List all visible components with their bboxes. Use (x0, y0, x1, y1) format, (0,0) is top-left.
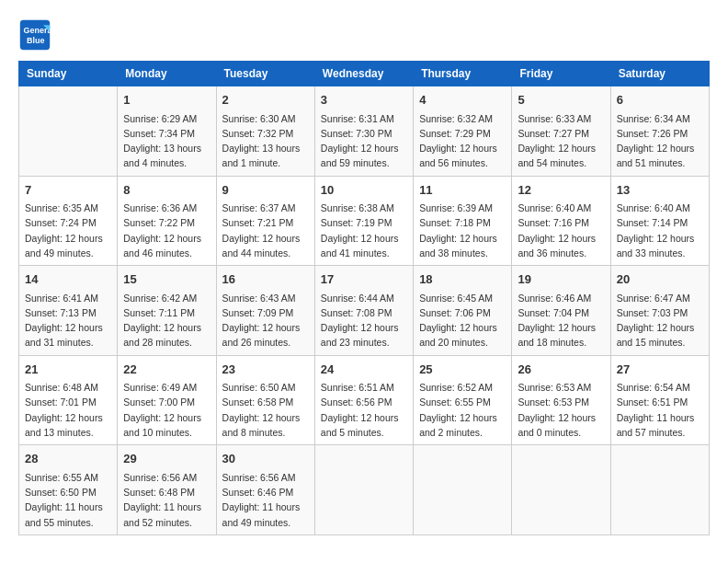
page-header: General Blue (18, 18, 710, 52)
calendar-cell (414, 445, 512, 535)
day-number: 24 (321, 361, 407, 379)
calendar-week-row: 14Sunrise: 6:41 AM Sunset: 7:13 PM Dayli… (19, 266, 710, 356)
day-info: Sunrise: 6:35 AM Sunset: 7:24 PM Dayligh… (25, 201, 111, 260)
day-info: Sunrise: 6:45 AM Sunset: 7:06 PM Dayligh… (419, 291, 506, 350)
calendar-table: SundayMondayTuesdayWednesdayThursdayFrid… (18, 61, 710, 535)
day-number: 19 (518, 270, 604, 289)
day-number: 29 (123, 450, 210, 468)
calendar-header-row: SundayMondayTuesdayWednesdayThursdayFrid… (19, 62, 710, 86)
day-number: 21 (25, 361, 111, 379)
column-header-sunday: Sunday (19, 62, 118, 86)
calendar-cell: 21Sunrise: 6:48 AM Sunset: 7:01 PM Dayli… (19, 355, 118, 445)
day-info: Sunrise: 6:56 AM Sunset: 6:46 PM Dayligh… (222, 470, 309, 530)
day-info: Sunrise: 6:32 AM Sunset: 7:29 PM Dayligh… (419, 111, 506, 171)
day-info: Sunrise: 6:54 AM Sunset: 6:51 PM Dayligh… (617, 380, 703, 440)
calendar-cell: 13Sunrise: 6:40 AM Sunset: 7:14 PM Dayli… (610, 176, 709, 266)
day-number: 12 (518, 181, 604, 200)
calendar-cell: 6Sunrise: 6:34 AM Sunset: 7:26 PM Daylig… (610, 86, 709, 177)
day-number: 6 (617, 91, 703, 109)
column-header-friday: Friday (512, 62, 610, 86)
calendar-week-row: 28Sunrise: 6:55 AM Sunset: 6:50 PM Dayli… (19, 445, 710, 535)
calendar-cell: 20Sunrise: 6:47 AM Sunset: 7:03 PM Dayli… (610, 266, 709, 356)
day-info: Sunrise: 6:38 AM Sunset: 7:19 PM Dayligh… (321, 201, 407, 260)
calendar-week-row: 21Sunrise: 6:48 AM Sunset: 7:01 PM Dayli… (19, 355, 710, 445)
calendar-cell: 22Sunrise: 6:49 AM Sunset: 7:00 PM Dayli… (118, 355, 216, 445)
calendar-cell: 16Sunrise: 6:43 AM Sunset: 7:09 PM Dayli… (216, 266, 314, 356)
day-info: Sunrise: 6:30 AM Sunset: 7:32 PM Dayligh… (222, 111, 309, 171)
calendar-cell: 25Sunrise: 6:52 AM Sunset: 6:55 PM Dayli… (414, 355, 512, 445)
calendar-cell: 11Sunrise: 6:39 AM Sunset: 7:18 PM Dayli… (414, 176, 512, 266)
column-header-tuesday: Tuesday (216, 62, 314, 86)
svg-text:Blue: Blue (27, 36, 45, 45)
day-number: 28 (25, 450, 111, 468)
day-info: Sunrise: 6:40 AM Sunset: 7:14 PM Dayligh… (617, 201, 703, 260)
day-number: 10 (321, 181, 407, 200)
logo: General Blue (18, 18, 57, 52)
column-header-wednesday: Wednesday (314, 62, 413, 86)
day-number: 20 (617, 270, 703, 289)
column-header-saturday: Saturday (610, 62, 709, 86)
day-number: 16 (222, 270, 309, 289)
day-number: 8 (123, 181, 210, 200)
day-info: Sunrise: 6:55 AM Sunset: 6:50 PM Dayligh… (25, 470, 111, 530)
day-number: 30 (222, 450, 309, 468)
day-info: Sunrise: 6:48 AM Sunset: 7:01 PM Dayligh… (25, 380, 111, 440)
day-number: 25 (419, 361, 506, 379)
calendar-cell: 15Sunrise: 6:42 AM Sunset: 7:11 PM Dayli… (118, 266, 216, 356)
column-header-thursday: Thursday (414, 62, 512, 86)
calendar-cell: 7Sunrise: 6:35 AM Sunset: 7:24 PM Daylig… (19, 176, 118, 266)
day-info: Sunrise: 6:31 AM Sunset: 7:30 PM Dayligh… (321, 111, 407, 171)
day-info: Sunrise: 6:49 AM Sunset: 7:00 PM Dayligh… (123, 380, 210, 440)
calendar-cell: 27Sunrise: 6:54 AM Sunset: 6:51 PM Dayli… (610, 355, 709, 445)
calendar-cell: 19Sunrise: 6:46 AM Sunset: 7:04 PM Dayli… (512, 266, 610, 356)
day-number: 3 (321, 91, 407, 109)
day-number: 22 (123, 361, 210, 379)
calendar-cell: 26Sunrise: 6:53 AM Sunset: 6:53 PM Dayli… (512, 355, 610, 445)
calendar-cell: 17Sunrise: 6:44 AM Sunset: 7:08 PM Dayli… (314, 266, 413, 356)
calendar-cell: 30Sunrise: 6:56 AM Sunset: 6:46 PM Dayli… (216, 445, 314, 535)
day-number: 15 (123, 270, 210, 289)
day-number: 4 (419, 91, 506, 109)
day-info: Sunrise: 6:41 AM Sunset: 7:13 PM Dayligh… (25, 291, 111, 350)
column-header-monday: Monday (118, 62, 216, 86)
day-number: 7 (25, 181, 111, 200)
calendar-cell: 2Sunrise: 6:30 AM Sunset: 7:32 PM Daylig… (216, 86, 314, 177)
calendar-cell: 4Sunrise: 6:32 AM Sunset: 7:29 PM Daylig… (414, 86, 512, 177)
calendar-week-row: 7Sunrise: 6:35 AM Sunset: 7:24 PM Daylig… (19, 176, 710, 266)
logo-icon: General Blue (18, 18, 51, 52)
calendar-cell (610, 445, 709, 535)
calendar-cell: 24Sunrise: 6:51 AM Sunset: 6:56 PM Dayli… (314, 355, 413, 445)
day-number: 17 (321, 270, 407, 289)
calendar-cell (19, 86, 118, 177)
day-number: 5 (518, 91, 604, 109)
day-info: Sunrise: 6:34 AM Sunset: 7:26 PM Dayligh… (617, 111, 703, 171)
calendar-cell: 28Sunrise: 6:55 AM Sunset: 6:50 PM Dayli… (19, 445, 118, 535)
day-number: 1 (123, 91, 210, 109)
calendar-cell (314, 445, 413, 535)
day-info: Sunrise: 6:56 AM Sunset: 6:48 PM Dayligh… (123, 470, 210, 530)
day-info: Sunrise: 6:36 AM Sunset: 7:22 PM Dayligh… (123, 201, 210, 260)
day-number: 11 (419, 181, 506, 200)
day-info: Sunrise: 6:52 AM Sunset: 6:55 PM Dayligh… (419, 380, 506, 440)
calendar-cell: 14Sunrise: 6:41 AM Sunset: 7:13 PM Dayli… (19, 266, 118, 356)
day-info: Sunrise: 6:44 AM Sunset: 7:08 PM Dayligh… (321, 291, 407, 350)
calendar-cell: 1Sunrise: 6:29 AM Sunset: 7:34 PM Daylig… (118, 86, 216, 177)
calendar-cell: 8Sunrise: 6:36 AM Sunset: 7:22 PM Daylig… (118, 176, 216, 266)
day-info: Sunrise: 6:40 AM Sunset: 7:16 PM Dayligh… (518, 201, 604, 260)
calendar-cell: 5Sunrise: 6:33 AM Sunset: 7:27 PM Daylig… (512, 86, 610, 177)
calendar-cell: 9Sunrise: 6:37 AM Sunset: 7:21 PM Daylig… (216, 176, 314, 266)
calendar-cell: 29Sunrise: 6:56 AM Sunset: 6:48 PM Dayli… (118, 445, 216, 535)
calendar-cell (512, 445, 610, 535)
day-number: 18 (419, 270, 506, 289)
calendar-cell: 18Sunrise: 6:45 AM Sunset: 7:06 PM Dayli… (414, 266, 512, 356)
day-info: Sunrise: 6:51 AM Sunset: 6:56 PM Dayligh… (321, 380, 407, 440)
day-info: Sunrise: 6:37 AM Sunset: 7:21 PM Dayligh… (222, 201, 309, 260)
day-info: Sunrise: 6:29 AM Sunset: 7:34 PM Dayligh… (123, 111, 210, 171)
day-number: 13 (617, 181, 703, 200)
day-info: Sunrise: 6:42 AM Sunset: 7:11 PM Dayligh… (123, 291, 210, 350)
day-info: Sunrise: 6:47 AM Sunset: 7:03 PM Dayligh… (617, 291, 703, 350)
day-info: Sunrise: 6:53 AM Sunset: 6:53 PM Dayligh… (518, 380, 604, 440)
calendar-cell: 12Sunrise: 6:40 AM Sunset: 7:16 PM Dayli… (512, 176, 610, 266)
day-info: Sunrise: 6:33 AM Sunset: 7:27 PM Dayligh… (518, 111, 604, 171)
day-number: 9 (222, 181, 309, 200)
